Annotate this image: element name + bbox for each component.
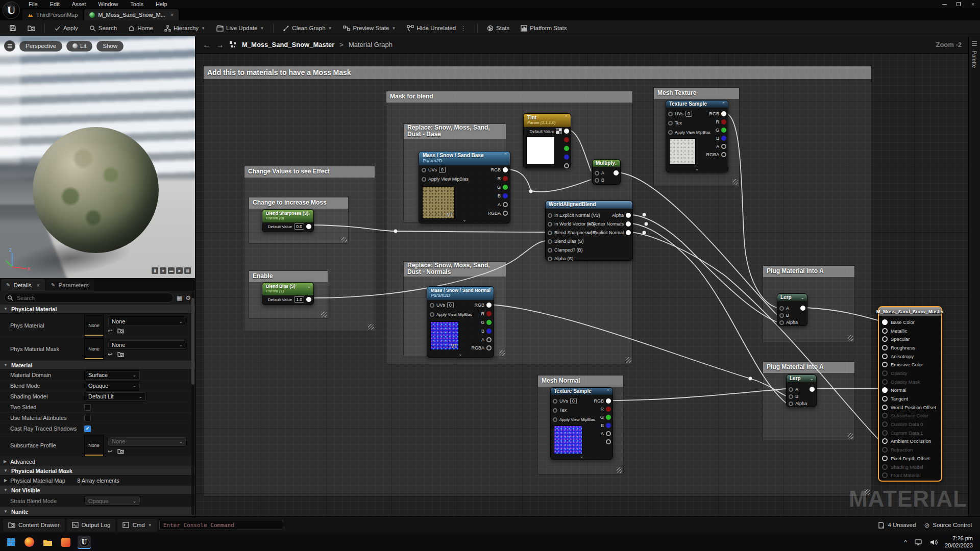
output-pin[interactable] <box>614 170 619 176</box>
uvs-value[interactable]: 0 <box>570 398 577 404</box>
output-pin-rgba[interactable] <box>503 211 508 216</box>
output-pin-r[interactable] <box>606 407 611 412</box>
tab-thirdpersonmap[interactable]: ThirdPersonMap <box>22 9 83 20</box>
plane-shape-icon[interactable]: ▬ <box>168 267 175 274</box>
comment-title[interactable]: Change to increase Moss <box>249 197 348 209</box>
use-selected-icon[interactable]: ↩ <box>108 351 112 358</box>
input-pin[interactable] <box>553 399 557 404</box>
collapse-icon[interactable]: ⌄ <box>307 211 311 216</box>
output-pin[interactable] <box>810 387 815 392</box>
material-domain-dropdown[interactable]: Surface⌄ <box>84 370 140 380</box>
section-advanced[interactable]: ▶Advanced <box>0 457 195 466</box>
menu-help[interactable]: Help <box>150 0 174 8</box>
sphere-shape-icon[interactable]: ● <box>160 267 166 274</box>
pin-custom-data-1[interactable]: Custom Data 1 <box>879 429 941 437</box>
collapse-icon[interactable]: ⌃ <box>487 288 491 293</box>
tab-parameters[interactable]: ✎Parameters <box>46 279 94 291</box>
output-pin-b[interactable] <box>486 329 492 334</box>
output-pin-a[interactable] <box>721 144 726 149</box>
pin-anisotropy[interactable]: Anisotropy <box>879 352 941 361</box>
expand-arrow-icon[interactable]: ▶ <box>4 478 7 483</box>
use-selected-icon[interactable]: ↩ <box>108 328 112 334</box>
forward-arrow-icon[interactable]: → <box>216 40 224 49</box>
input-pin-alpha[interactable] <box>789 402 793 406</box>
taskbar-clock[interactable]: 7:26 pm 20/02/2023 <box>945 535 973 549</box>
output-pin-rgba[interactable] <box>606 439 611 444</box>
uvs-value[interactable]: 0 <box>685 111 692 117</box>
expand-icon[interactable]: ⌄ <box>580 454 584 459</box>
input-pin[interactable] <box>553 417 557 422</box>
apply-button[interactable]: Apply <box>49 22 83 34</box>
expand-icon[interactable]: ⌄ <box>695 166 699 171</box>
file-explorer-icon[interactable] <box>41 536 54 549</box>
collapse-icon[interactable]: ⌄ <box>307 284 311 289</box>
details-scrollbar[interactable] <box>191 292 194 515</box>
menu-window[interactable]: Window <box>92 0 124 8</box>
blend-mode-dropdown[interactable]: Opaque⌄ <box>84 381 140 391</box>
output-pin-alpha[interactable] <box>626 213 631 218</box>
back-arrow-icon[interactable]: ← <box>203 40 211 49</box>
show-button[interactable]: Show <box>96 41 124 52</box>
output-pin-rgb[interactable] <box>503 167 508 172</box>
minimize-button[interactable] <box>937 0 951 8</box>
cmd-button[interactable]: Cmd▼ <box>117 519 157 532</box>
column-view-icon[interactable]: ▦ <box>177 294 182 302</box>
comment-title[interactable]: Add this to materials to have a Moss Mas… <box>204 66 871 79</box>
comment-title[interactable]: Change Values to see Effect <box>244 166 375 178</box>
more-options-icon[interactable]: ⋮ <box>458 25 468 32</box>
expand-icon[interactable]: ⌄ <box>462 217 467 222</box>
console-command-input[interactable] <box>159 520 283 530</box>
save-button[interactable] <box>4 22 21 34</box>
default-value[interactable]: 0.0 <box>294 223 304 230</box>
preview-state-button[interactable]: Preview State▼ <box>338 22 401 34</box>
subsurface-profile-dropdown[interactable]: None⌄ <box>108 437 187 446</box>
pin-shading-model[interactable]: Shading Model <box>879 463 941 471</box>
pin-emissive-color[interactable]: Emissive Color <box>879 360 941 369</box>
details-search-input[interactable] <box>4 293 174 303</box>
output-pin-rgb[interactable] <box>721 111 726 116</box>
menu-asset[interactable]: Asset <box>66 0 92 8</box>
node-lerp-1[interactable]: Lerp⌄ A B Alpha <box>777 293 807 326</box>
output-pin-vertex-normals[interactable] <box>626 221 631 227</box>
node-blend-sharpness[interactable]: Blend Sharpness (S)Param (0)⌄ 0.0Default… <box>262 209 314 232</box>
output-pin[interactable] <box>306 297 311 302</box>
breadcrumb-asset[interactable]: M_Moss_Sand_Snow_Master <box>242 41 334 48</box>
material-preview-viewport[interactable]: Perspective Lit Show z x ▮ ● ▬ ■ ▦ <box>0 36 195 278</box>
tab-close-icon[interactable]: × <box>37 282 40 288</box>
output-pin-rgba[interactable] <box>721 152 726 157</box>
pin-custom-data-0[interactable]: Custom Data 0 <box>879 420 941 429</box>
volume-icon[interactable] <box>929 539 938 546</box>
node-texture-sample-normal[interactable]: Texture Sample⌃ UVs0 Tex Apply View MipB… <box>550 387 613 460</box>
pin-opacity-mask[interactable]: Opacity Mask <box>879 378 941 386</box>
pin-specular[interactable]: Specular <box>879 335 941 343</box>
section-material[interactable]: ▼Material <box>0 361 195 370</box>
output-pin[interactable] <box>800 306 805 311</box>
node-mass-snow-sand-normal[interactable]: Mass / Snow / Sand NormalParam2D⌃ UVs0 A… <box>427 286 494 358</box>
browse-to-asset-icon[interactable] <box>117 352 124 357</box>
input-pin[interactable] <box>548 222 552 227</box>
output-pin-g[interactable] <box>606 415 611 420</box>
section-nanite[interactable]: ▼Nanite <box>0 507 195 516</box>
input-pin-alpha[interactable] <box>779 320 784 325</box>
menu-file[interactable]: File <box>22 0 44 8</box>
comment-title[interactable]: Plug Material into A <box>763 266 854 277</box>
comment-title[interactable]: Mesh Texture <box>654 88 739 99</box>
collapse-icon[interactable]: ⌄ <box>800 295 804 300</box>
output-pin-g[interactable] <box>721 128 726 133</box>
pin-opacity[interactable]: Opacity <box>879 369 941 378</box>
output-pin-a[interactable] <box>606 431 611 436</box>
collapse-icon[interactable]: ⌃ <box>564 115 568 120</box>
input-pin[interactable] <box>422 177 426 182</box>
maximize-button[interactable] <box>951 0 966 8</box>
clean-graph-button[interactable]: Clean Graph▼ <box>278 22 337 34</box>
section-not-visible[interactable]: ▼Not Visible <box>0 486 195 495</box>
platform-stats-button[interactable]: Platform Stats <box>516 22 572 34</box>
unreal-engine-taskbar-icon[interactable]: U <box>78 536 91 549</box>
comment-title[interactable]: Replace: Snow, Moss, Sand, Dust - Base <box>404 124 506 139</box>
shading-model-dropdown[interactable]: Default Lit⌄ <box>84 392 146 402</box>
asset-thumbnail[interactable]: None <box>84 315 104 336</box>
input-pin[interactable] <box>553 408 557 413</box>
output-pin-a[interactable] <box>486 337 492 342</box>
output-pin-b[interactable] <box>564 155 569 160</box>
uvs-value[interactable]: 0 <box>439 167 446 173</box>
